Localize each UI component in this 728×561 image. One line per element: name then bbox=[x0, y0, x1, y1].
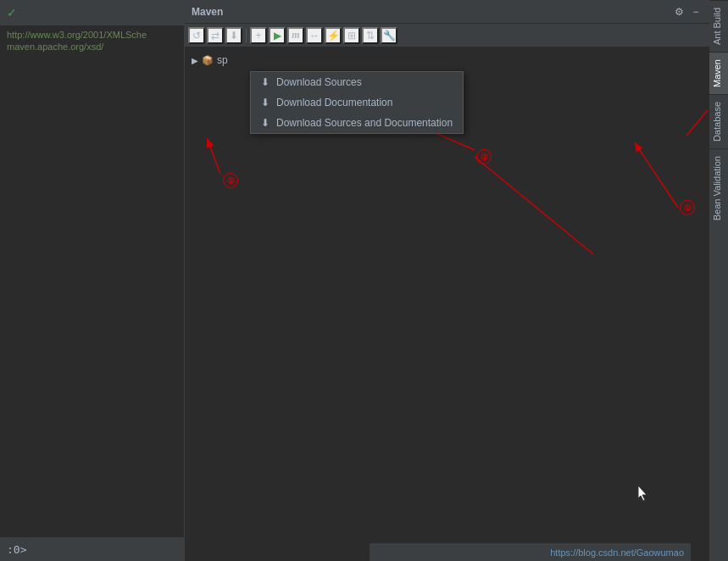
url-line-1: http://www.w3.org/2001/XMLSche bbox=[0, 29, 184, 41]
layout-button[interactable]: ⊞ bbox=[343, 27, 360, 44]
right-sidebar: Ant Build Maven Database Bean Validation bbox=[709, 0, 728, 561]
sidebar-tab-ant-build[interactable]: Ant Build bbox=[709, 0, 728, 52]
left-panel-bottom: :0> bbox=[0, 537, 185, 561]
sort-button[interactable]: ⇅ bbox=[362, 27, 379, 44]
maven-tree: ▶ 📦 sp bbox=[185, 47, 709, 73]
download-sources-item[interactable]: ⬇ Download Sources bbox=[251, 72, 463, 92]
download-docs-icon: ⬇ bbox=[261, 97, 270, 108]
maven-toolbar: ↺ ⇄ ⬇ + ▶ m ↔ ⚡ ⊞ ⇅ 🔧 bbox=[185, 24, 709, 47]
download-docs-item[interactable]: ⬇ Download Documentation bbox=[251, 92, 463, 113]
sidebar-tab-bean-validation[interactable]: Bean Validation bbox=[709, 148, 728, 227]
download-sources-icon: ⬇ bbox=[261, 76, 270, 88]
maven-m-button[interactable]: m bbox=[287, 27, 304, 44]
status-url: https://blog.csdn.net/Gaowumao bbox=[550, 547, 684, 558]
download-docs-label: Download Documentation bbox=[276, 97, 392, 108]
download-both-item[interactable]: ⬇ Download Sources and Documentation bbox=[251, 113, 463, 133]
refresh-alt-button[interactable]: ⇄ bbox=[207, 27, 224, 44]
execute-button[interactable]: ⚡ bbox=[325, 27, 342, 44]
left-panel-content: http://www.w3.org/2001/XMLSche maven.apa… bbox=[0, 25, 184, 56]
download-both-icon: ⬇ bbox=[261, 117, 270, 129]
header-icons: ⚙ − bbox=[672, 5, 703, 19]
refresh-button[interactable]: ↺ bbox=[188, 27, 205, 44]
sidebar-tab-maven[interactable]: Maven bbox=[709, 52, 728, 94]
maven-title: Maven bbox=[192, 6, 223, 18]
toggle-button[interactable]: ↔ bbox=[306, 27, 323, 44]
checkmark-icon: ✓ bbox=[7, 6, 17, 19]
tree-item-label: sp bbox=[217, 54, 228, 66]
left-panel-header: ✓ bbox=[0, 0, 184, 25]
settings-icon[interactable]: ⚙ bbox=[672, 5, 686, 19]
download-both-label: Download Sources and Documentation bbox=[276, 117, 453, 129]
dropdown-menu: ⬇ Download Sources ⬇ Download Documentat… bbox=[250, 71, 464, 134]
maven-header: Maven ⚙ − bbox=[185, 0, 709, 24]
minimize-icon[interactable]: − bbox=[689, 5, 703, 19]
prompt-text: :0> bbox=[7, 543, 26, 556]
wrench-button[interactable]: 🔧 bbox=[381, 27, 397, 44]
tree-folder-icon: 📦 bbox=[202, 55, 214, 66]
tree-item-sp[interactable]: ▶ 📦 sp bbox=[185, 51, 709, 69]
url-line-2: maven.apache.org/xsd/ bbox=[0, 41, 184, 53]
tree-arrow-icon: ▶ bbox=[192, 56, 198, 65]
download-sources-label: Download Sources bbox=[276, 76, 362, 88]
maven-status-bar: https://blog.csdn.net/Gaowumao bbox=[370, 542, 691, 561]
sidebar-tab-database[interactable]: Database bbox=[709, 94, 728, 148]
add-button[interactable]: + bbox=[250, 27, 267, 44]
download-button[interactable]: ⬇ bbox=[225, 27, 242, 44]
separator-1 bbox=[246, 29, 247, 42]
left-panel: ✓ http://www.w3.org/2001/XMLSche maven.a… bbox=[0, 0, 185, 561]
run-button[interactable]: ▶ bbox=[269, 27, 286, 44]
